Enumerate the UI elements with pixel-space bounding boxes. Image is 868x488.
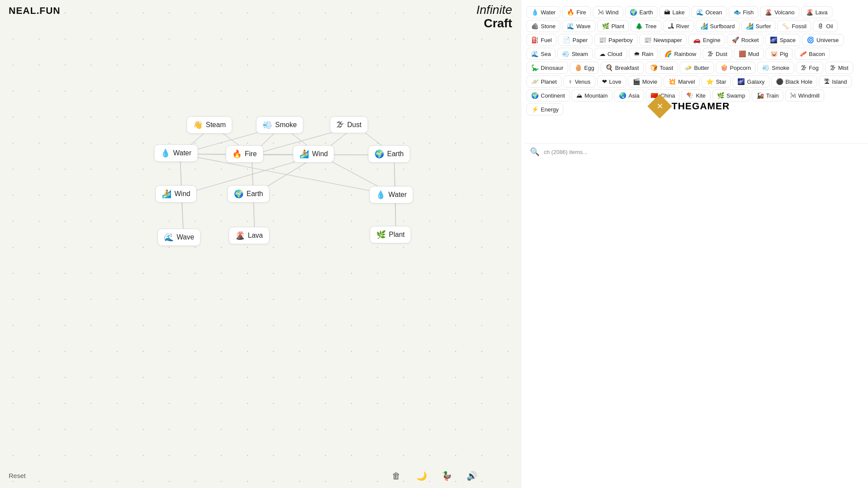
sidebar-item[interactable]: 🥚Egg <box>570 62 599 74</box>
game-node-wave[interactable]: 🌊Wave <box>158 229 201 246</box>
sidebar-item[interactable]: 🍳Breakfast <box>601 62 644 74</box>
game-node-earth2[interactable]: 🌍Earth <box>227 185 270 203</box>
sidebar-item[interactable]: 🏝Island <box>819 75 852 88</box>
sidebar-item[interactable]: 💧Water <box>526 6 560 18</box>
game-node-wind[interactable]: 🏄Wind <box>293 145 334 163</box>
item-label: Ocean <box>706 9 722 16</box>
game-node-dust[interactable]: 🌫Dust <box>330 116 368 133</box>
sidebar-item[interactable]: 💥Marvel <box>664 75 700 88</box>
game-node-fire[interactable]: 🔥Fire <box>226 145 263 163</box>
game-node-water[interactable]: 💧Water <box>154 144 198 162</box>
item-label: Rain <box>642 51 654 57</box>
item-label: Star <box>716 79 726 85</box>
sidebar-item[interactable]: 🌬Wind <box>593 6 624 18</box>
item-emoji: 🦴 <box>782 23 789 29</box>
item-emoji: 🍞 <box>650 64 658 71</box>
sidebar-item[interactable]: 🦴Fossil <box>777 20 811 32</box>
node-emoji: 🔥 <box>232 149 242 159</box>
sidebar-item[interactable]: 🌈Rainbow <box>660 48 701 60</box>
reset-button[interactable]: Reset <box>9 472 26 479</box>
sidebar-item[interactable]: 🌿Plant <box>597 20 629 32</box>
item-label: Popcorn <box>730 65 751 71</box>
game-node-earth_top[interactable]: 🌍Earth <box>368 145 410 163</box>
sidebar-item[interactable]: 🌊Wave <box>562 20 595 32</box>
sidebar-item[interactable]: 📰Newspaper <box>639 34 687 46</box>
duck-icon[interactable]: 🦆 <box>441 470 453 482</box>
sidebar-item[interactable]: 💨Steam <box>557 48 593 60</box>
sidebar-item[interactable]: 📄Paper <box>558 34 592 46</box>
sidebar-item[interactable]: 🏔Lake <box>659 6 689 18</box>
sidebar-item[interactable]: 🌧Rain <box>629 48 658 60</box>
item-emoji: 🌲 <box>635 23 643 29</box>
thegamer-ad[interactable]: ✕ THEGAMER <box>521 98 860 115</box>
search-icon[interactable]: 🔍 <box>530 147 539 157</box>
sidebar-item[interactable]: ⭐Star <box>701 75 731 88</box>
item-label: Lava <box>815 9 828 16</box>
sidebar-item[interactable]: 🌫Fog <box>796 62 823 74</box>
game-node-smoke[interactable]: 💨Smoke <box>256 116 303 134</box>
sidebar-item[interactable]: 🌫Dust <box>703 48 732 60</box>
item-emoji: 🌧 <box>634 50 640 57</box>
sidebar-item[interactable]: 🌌Galaxy <box>733 75 769 88</box>
node-label: Wave <box>177 233 194 241</box>
sidebar-item[interactable]: ☁Cloud <box>595 48 627 60</box>
sidebar-item[interactable]: 🍿Popcorn <box>716 62 756 74</box>
sidebar-item[interactable]: 🌌Space <box>765 34 800 46</box>
sidebar-item[interactable]: 🏄Surfboard <box>696 20 740 32</box>
item-emoji: 🛢 <box>818 23 824 29</box>
sidebar-item[interactable]: 🌍Earth <box>625 6 658 18</box>
sidebar-item[interactable]: ❤Love <box>597 75 626 88</box>
sidebar-item[interactable]: 🌋Lava <box>801 6 832 18</box>
sidebar[interactable]: 💧Water🔥Fire🌬Wind🌍Earth🏔Lake🌊Ocean🐟Fish🌋V… <box>521 0 868 488</box>
sidebar-item[interactable]: 🥓Bacon <box>795 48 830 60</box>
sidebar-item[interactable]: 🧈Butter <box>680 62 714 74</box>
sidebar-item[interactable]: 🏄Surfer <box>741 20 776 32</box>
item-emoji: 🦕 <box>531 64 539 71</box>
sidebar-item[interactable]: 🟫Mud <box>734 48 764 60</box>
node-emoji: 🌊 <box>164 233 174 242</box>
game-node-wind2[interactable]: 🏄Wind <box>155 185 197 203</box>
trash-icon[interactable]: 🗑 <box>390 470 402 482</box>
game-node-lava[interactable]: 🌋Lava <box>229 227 270 244</box>
sidebar-item[interactable]: 🔥Fire <box>562 6 591 18</box>
sidebar-item[interactable]: 🚗Engine <box>688 34 725 46</box>
sidebar-item[interactable]: 🌲Tree <box>631 20 661 32</box>
moon-icon[interactable]: 🌙 <box>415 470 427 482</box>
sidebar-item[interactable]: ♀Venus <box>563 75 595 88</box>
item-emoji: ❤ <box>602 78 607 85</box>
title-craft: Craft <box>484 16 512 30</box>
node-label: Wind <box>312 150 328 158</box>
sidebar-item[interactable]: 🚀Rocket <box>727 34 763 46</box>
sidebar-item[interactable]: 🌊Ocean <box>691 6 727 18</box>
sidebar-item[interactable]: ⚫Black Hole <box>771 75 817 88</box>
sidebar-item[interactable]: 🐟Fish <box>729 6 759 18</box>
game-node-steam[interactable]: 👋Steam <box>187 116 232 134</box>
item-label: Egg <box>584 65 594 71</box>
sidebar-item[interactable]: 🌫Mist <box>825 62 853 74</box>
sidebar-item[interactable]: 🏞River <box>663 20 694 32</box>
sidebar-item[interactable]: ⛽Fuel <box>526 34 556 46</box>
sidebar-item[interactable]: 🌀Universe <box>802 34 843 46</box>
node-label: Water <box>173 149 191 157</box>
item-emoji: 📰 <box>599 36 606 43</box>
sidebar-item[interactable]: 🌋Volcano <box>760 6 799 18</box>
sidebar-item[interactable]: 🪐Planet <box>526 75 562 88</box>
sidebar-item[interactable]: 🛢Oil <box>813 20 838 32</box>
sidebar-item[interactable]: 📰Paperboy <box>594 34 638 46</box>
sidebar-item[interactable]: 🦕Dinosaur <box>526 62 568 74</box>
sidebar-item[interactable]: 🪨Stone <box>526 20 560 32</box>
game-node-plant[interactable]: 🌿Plant <box>370 226 411 243</box>
sidebar-item[interactable]: 🐷Pig <box>766 48 793 60</box>
sidebar-item[interactable]: 💨Smoke <box>757 62 794 74</box>
sidebar-item[interactable]: 🍞Toast <box>645 62 678 74</box>
sidebar-item[interactable]: 🎬Movie <box>628 75 662 88</box>
node-emoji: 🌍 <box>375 149 384 159</box>
item-emoji: 🏄 <box>700 23 708 29</box>
item-label: Marvel <box>678 79 695 85</box>
item-label: Dust <box>716 51 727 57</box>
sound-icon[interactable]: 🔊 <box>466 470 478 482</box>
item-label: Surfboard <box>710 23 735 29</box>
sidebar-item[interactable]: 🌊Sea <box>526 48 556 60</box>
item-label: Wave <box>576 23 591 29</box>
game-node-water2[interactable]: 💧Water <box>369 186 413 203</box>
